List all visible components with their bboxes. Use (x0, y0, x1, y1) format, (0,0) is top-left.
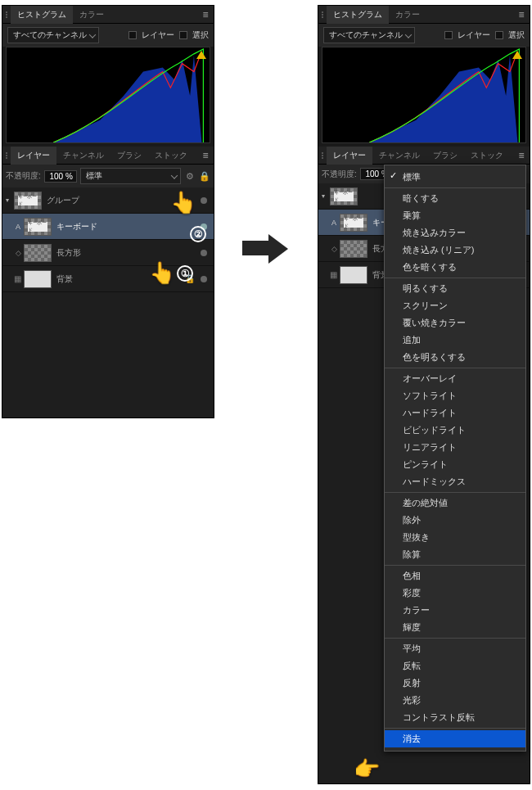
tab-stock[interactable]: ストック (148, 147, 194, 165)
menu-item-darker-color[interactable]: 色を暗くする (385, 259, 525, 276)
panel-menu-icon[interactable]: ≡ (197, 9, 214, 20)
tab-histogram[interactable]: ヒストグラム (11, 6, 73, 24)
shape-layer-icon: ◇ (16, 249, 22, 257)
drag-handle-icon[interactable] (318, 152, 327, 159)
menu-item-lighten[interactable]: 明るくする (385, 280, 525, 297)
histogram-svg (7, 47, 210, 142)
drag-handle-icon[interactable] (318, 11, 327, 18)
right-panel: ヒストグラム カラー ≡ すべてのチャンネル レイヤー 選択 レイヤー チャンネ… (318, 5, 530, 784)
channel-dropdown[interactable]: すべてのチャンネル (7, 27, 99, 43)
menu-item-average[interactable]: 平均 (385, 640, 525, 657)
menu-item-overlay[interactable]: オーバーレイ (385, 370, 525, 387)
select-checkbox-label: 選択 (192, 29, 209, 41)
layer-checkbox[interactable] (444, 31, 453, 39)
menu-item-erase[interactable]: 消去 (385, 730, 525, 747)
menu-item-luminosity[interactable]: 輝度 (385, 619, 525, 636)
tab-color[interactable]: カラー (73, 6, 110, 24)
opacity-label: 不透明度: (322, 169, 357, 180)
warning-icon[interactable] (196, 51, 206, 59)
blend-mode-dropdown[interactable]: 標準 (80, 168, 181, 184)
annotation-circle-2: ② (190, 226, 206, 242)
expand-caret-icon[interactable]: ▾ (6, 196, 12, 204)
menu-item-linear-burn[interactable]: 焼き込み (リニア) (385, 242, 525, 259)
histogram-svg (322, 47, 525, 142)
menu-item-normal[interactable]: 標準 (385, 169, 525, 186)
warning-icon[interactable] (512, 51, 522, 59)
menu-item-subtract[interactable]: 型抜き (385, 529, 525, 546)
panel-menu-icon[interactable]: ≡ (513, 9, 530, 20)
menu-item-divide[interactable]: 除算 (385, 546, 525, 563)
layer-checkbox-label: レイヤー (142, 29, 174, 41)
layer-thumb: キーボード (24, 218, 52, 236)
histogram-controls: すべてのチャンネル レイヤー 選択 (2, 24, 214, 47)
tab-brushes[interactable]: ブラシ (110, 147, 148, 165)
checker-icon: ▦ (330, 270, 338, 279)
tab-color[interactable]: カラー (389, 6, 426, 24)
drag-handle-icon[interactable] (2, 11, 11, 18)
channel-dropdown[interactable]: すべてのチャンネル (323, 27, 415, 43)
histogram-canvas (6, 47, 210, 143)
layer-thumb (340, 240, 367, 258)
menu-item-hard-light[interactable]: ハードライト (385, 404, 525, 422)
menu-item-multiply[interactable]: 乗算 (385, 207, 525, 224)
layer-thumb (24, 270, 52, 288)
select-checkbox[interactable] (495, 31, 503, 39)
tab-layers[interactable]: レイヤー (11, 147, 56, 165)
menu-item-contrast-negate[interactable]: コントラスト反転 (385, 709, 525, 726)
tab-brushes[interactable]: ブラシ (426, 147, 464, 165)
menu-item-add[interactable]: 追加 (385, 332, 525, 349)
panel-menu-icon[interactable]: ≡ (513, 150, 530, 161)
pointer-hand-icon: 👆 (170, 192, 196, 213)
menu-item-negation[interactable]: 反転 (385, 657, 525, 675)
text-layer-icon: A (331, 219, 338, 227)
top-tab-bar: ヒストグラム カラー ≡ (2, 6, 214, 24)
expand-caret-icon[interactable]: ▾ (322, 192, 328, 200)
menu-item-color[interactable]: カラー (385, 602, 525, 619)
menu-item-exclusion[interactable]: 除外 (385, 512, 525, 529)
menu-item-hue[interactable]: 色相 (385, 567, 525, 585)
menu-item-glow[interactable]: 光彩 (385, 692, 525, 709)
menu-item-saturation[interactable]: 彩度 (385, 585, 525, 602)
layer-thumb (340, 266, 367, 284)
panel-menu-icon[interactable]: ≡ (197, 150, 214, 161)
top-tab-bar: ヒストグラム カラー ≡ (318, 6, 530, 24)
tab-histogram[interactable]: ヒストグラム (327, 6, 389, 24)
menu-item-lighter-color[interactable]: 色を明るくする (385, 349, 525, 366)
opacity-field[interactable]: 100 % (44, 170, 77, 183)
visibility-dot-icon[interactable] (201, 197, 207, 204)
menu-item-soft-light[interactable]: ソフトライト (385, 387, 525, 404)
tab-layers[interactable]: レイヤー (327, 147, 372, 165)
menu-item-color-burn[interactable]: 焼き込みカラー (385, 224, 525, 242)
lock-icon[interactable]: 🔒 (199, 170, 210, 182)
menu-item-pin-light[interactable]: ピンライト (385, 456, 525, 473)
gear-icon[interactable]: ⚙ (184, 170, 196, 182)
drag-handle-icon[interactable] (2, 152, 11, 159)
shape-layer-icon: ◇ (331, 245, 338, 253)
visibility-dot-icon[interactable] (201, 250, 207, 256)
layer-controls: 不透明度: 100 % 標準 ⚙ 🔒 (2, 165, 214, 187)
menu-item-screen[interactable]: スクリーン (385, 297, 525, 314)
layer-thumb (24, 244, 52, 262)
menu-item-color-dodge[interactable]: 覆い焼きカラー (385, 314, 525, 332)
tab-channels[interactable]: チャンネル (372, 147, 426, 165)
menu-item-vivid-light[interactable]: ビビッドライト (385, 422, 525, 439)
menu-item-linear-light[interactable]: リニアライト (385, 439, 525, 456)
layer-controls: 不透明度: 100 % ⚙ 🔒 標準 暗くする 乗算 焼き込みカラー 焼き込み … (318, 165, 530, 183)
tab-channels[interactable]: チャンネル (56, 147, 110, 165)
layer-thumb: キーボード (14, 192, 42, 210)
layer-name[interactable]: キーボード (56, 221, 197, 232)
layer-checkbox-label: レイヤー (458, 29, 490, 41)
menu-item-difference[interactable]: 差の絶対値 (385, 494, 525, 512)
menu-item-darken[interactable]: 暗くする (385, 190, 525, 207)
visibility-dot-icon[interactable] (201, 276, 207, 282)
select-checkbox[interactable] (179, 31, 187, 39)
layer-row-keyboard[interactable]: A キーボード キーボード (2, 214, 214, 240)
menu-item-hard-mix[interactable]: ハードミックス (385, 473, 525, 490)
histogram-canvas (322, 47, 526, 143)
menu-item-reflect[interactable]: 反射 (385, 675, 525, 692)
layer-row-rect[interactable]: ◇ 長方形 (2, 240, 214, 266)
pointer-hand-icon: 👆 (149, 262, 175, 283)
layer-name[interactable]: 長方形 (56, 247, 197, 259)
tab-stock[interactable]: ストック (464, 147, 510, 165)
layer-checkbox[interactable] (128, 31, 137, 39)
